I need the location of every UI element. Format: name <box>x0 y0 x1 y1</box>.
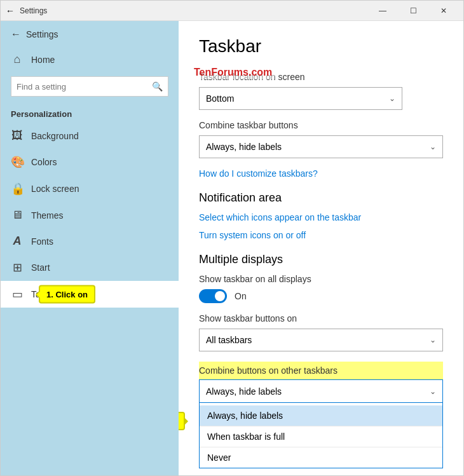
content-area: TenForums.com Taskbar Taskbar location o… <box>179 21 463 475</box>
close-button[interactable]: ✕ <box>429 1 458 21</box>
colors-icon: 🎨 <box>11 155 24 169</box>
show-buttons-on-label: Show taskbar buttons on <box>199 313 443 323</box>
sidebar-item-themes[interactable]: 🖥 Themes <box>1 202 179 228</box>
sidebar-item-home[interactable]: ⌂ Home <box>1 48 179 71</box>
sidebar-item-label: Background <box>31 131 79 141</box>
window-title: Settings <box>20 6 47 15</box>
dropdown-option-full[interactable]: When taskbar is full <box>200 426 442 447</box>
sidebar-item-taskbar-wrapper: ▭ Taskbar 1. Click on <box>1 281 179 308</box>
taskbar-icon: ▭ <box>11 287 24 301</box>
sidebar-item-label: Start <box>31 262 50 273</box>
back-icon: ← <box>11 29 21 40</box>
maximize-button[interactable]: ☐ <box>399 1 428 21</box>
back-arrow-icon[interactable]: ← <box>6 6 15 16</box>
notification-icons-link[interactable]: Select which icons appear on the taskbar <box>199 212 443 222</box>
tenforums-watermark: TenForums.com <box>191 65 275 79</box>
fonts-icon: A <box>11 235 24 248</box>
combine-other-menu: Always, hide labels 2. Select When taskb… <box>199 402 443 468</box>
themes-icon: 🖥 <box>11 208 24 222</box>
background-icon: 🖼 <box>11 129 24 142</box>
window-controls: — ☐ ✕ <box>368 1 458 21</box>
combine-buttons-dropdown[interactable]: Always, hide labels ⌄ <box>199 135 443 158</box>
taskbar-location-dropdown[interactable]: Bottom ⌄ <box>199 87 402 110</box>
combine-other-section: Combine buttons on other taskbars Always… <box>199 362 443 468</box>
search-box[interactable]: 🔍 <box>11 76 168 97</box>
back-label: Settings <box>26 29 58 39</box>
select-callout-wrapper: Always, hide labels 2. Select <box>200 405 442 426</box>
search-input[interactable] <box>17 82 147 92</box>
combine-other-value: Always, hide labels <box>206 386 282 397</box>
show-all-displays-toggle[interactable] <box>199 289 227 303</box>
title-bar-left: ← Settings <box>6 6 47 16</box>
toggle-row: On <box>199 289 443 303</box>
settings-window: ← Settings — ☐ ✕ ← Settings ⌂ Home <box>0 0 464 476</box>
sidebar-item-label: Fonts <box>31 236 53 247</box>
system-icons-link[interactable]: Turn system icons on or off <box>199 230 443 240</box>
sidebar-item-colors[interactable]: 🎨 Colors <box>1 149 179 175</box>
show-buttons-on-value: All taskbars <box>206 335 252 345</box>
notification-heading: Notification area <box>199 191 443 205</box>
combine-buttons-value: Always, hide labels <box>206 142 282 152</box>
sidebar-item-start[interactable]: ⊞ Start <box>1 254 179 281</box>
start-icon: ⊞ <box>11 261 24 275</box>
home-label: Home <box>31 55 55 65</box>
taskbar-location-chevron: ⌄ <box>389 94 395 103</box>
sidebar-item-background[interactable]: 🖼 Background <box>1 123 179 149</box>
show-all-displays-label: Show taskbar on all displays <box>199 274 443 284</box>
sidebar-back[interactable]: ← Settings <box>1 21 179 48</box>
dropdown-option-always[interactable]: Always, hide labels <box>200 405 442 426</box>
select-callout: 2. Select <box>179 412 185 430</box>
sidebar-section-title: Personalization <box>1 102 179 123</box>
page-title: Taskbar <box>199 36 443 57</box>
toggle-thumb <box>215 291 225 301</box>
combine-buttons-chevron: ⌄ <box>430 142 436 151</box>
dropdown-option-never[interactable]: Never <box>200 447 442 468</box>
customize-taskbars-link[interactable]: How do I customize taskbars? <box>199 168 443 179</box>
home-icon: ⌂ <box>11 53 24 66</box>
sidebar-item-fonts[interactable]: A Fonts <box>1 228 179 254</box>
sidebar-item-label: Lock screen <box>31 184 79 194</box>
main-layout: ← Settings ⌂ Home 🔍 Personalization 🖼 Ba… <box>1 21 463 475</box>
multiple-displays-heading: Multiple displays <box>199 253 443 266</box>
search-icon: 🔍 <box>152 81 163 92</box>
sidebar-item-lock-screen[interactable]: 🔒 Lock screen <box>1 175 179 202</box>
combine-other-chevron: ⌄ <box>430 387 436 396</box>
lock-icon: 🔒 <box>11 182 24 196</box>
combine-other-label: Combine buttons on other taskbars <box>199 363 338 378</box>
title-bar: ← Settings — ☐ ✕ <box>1 1 463 21</box>
toggle-state-label: On <box>235 291 247 301</box>
combine-buttons-label: Combine taskbar buttons <box>199 120 443 130</box>
show-buttons-on-chevron: ⌄ <box>430 336 436 344</box>
click-on-callout: 1. Click on <box>39 285 95 304</box>
show-buttons-on-dropdown[interactable]: All taskbars ⌄ <box>199 329 443 351</box>
sidebar-item-label: Themes <box>31 210 64 221</box>
combine-other-dropdown[interactable]: Always, hide labels ⌄ <box>199 379 443 402</box>
minimize-button[interactable]: — <box>368 1 397 21</box>
taskbar-location-value: Bottom <box>206 93 234 104</box>
sidebar-item-label: Colors <box>31 157 57 167</box>
sidebar: ← Settings ⌂ Home 🔍 Personalization 🖼 Ba… <box>1 21 179 475</box>
